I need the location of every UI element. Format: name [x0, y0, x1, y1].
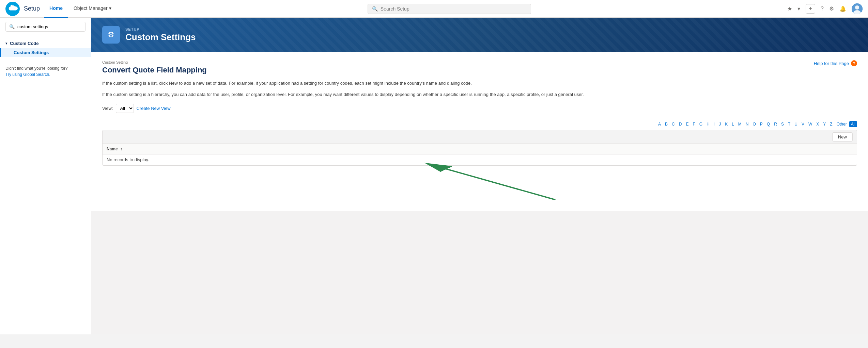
sidebar-not-found: Didn't find what you're looking for? Try…	[0, 60, 91, 83]
help-icon[interactable]: ?	[821, 6, 824, 12]
new-button[interactable]: New	[832, 132, 853, 142]
alpha-h[interactable]: H	[705, 121, 711, 127]
settings-page-icon: ⚙	[108, 30, 114, 39]
setup-label: SETUP	[125, 27, 196, 31]
alpha-p[interactable]: P	[758, 121, 764, 127]
sidebar-search-icon: 🔍	[9, 24, 15, 29]
sidebar-search: 🔍 custom settings	[0, 18, 91, 36]
help-for-page-link[interactable]: Help for this Page ?	[814, 60, 857, 66]
alpha-q[interactable]: Q	[765, 121, 772, 127]
table-toolbar: New	[103, 130, 857, 144]
tab-object-manager-label: Object Manager	[74, 5, 108, 11]
alpha-x[interactable]: X	[815, 121, 821, 127]
custom-setting-section-label: Custom Setting	[102, 60, 857, 64]
salesforce-logo[interactable]	[5, 2, 20, 16]
alpha-v[interactable]: V	[800, 121, 806, 127]
chevron-down-icon: ▾	[109, 5, 111, 11]
alpha-filter: A B C D E F G H I J K L M N O P Q R S T	[102, 118, 857, 130]
description-1: If the custom setting is a list, click N…	[102, 80, 857, 87]
alpha-other[interactable]: Other	[835, 121, 849, 127]
chevron-down-star-icon[interactable]: ▾	[797, 5, 800, 12]
custom-setting-name: Convert Quote Field Mapping	[102, 66, 857, 74]
avatar[interactable]	[852, 3, 863, 14]
tab-home[interactable]: Home	[44, 0, 68, 18]
column-name-header[interactable]: Name ↑	[103, 144, 857, 154]
page-body: Help for this Page ? Custom Setting Conv…	[91, 52, 868, 211]
page-container: 🔍 custom settings ▾ Custom Code Custom S…	[0, 18, 868, 334]
alpha-b[interactable]: B	[663, 121, 669, 127]
alpha-w[interactable]: W	[807, 121, 814, 127]
top-navigation: Setup Home Object Manager ▾ 🔍 ★ ▾ + ? ⚙ …	[0, 0, 868, 18]
help-link-label: Help for this Page	[814, 61, 849, 66]
page-header-icon: ⚙	[102, 26, 120, 44]
page-header-text: SETUP Custom Settings	[125, 27, 196, 43]
alpha-j[interactable]: J	[717, 121, 723, 127]
alpha-y[interactable]: Y	[821, 121, 827, 127]
main-content: ⚙ SETUP Custom Settings Help for this Pa…	[91, 18, 868, 334]
page-title: Custom Settings	[125, 32, 196, 43]
alpha-k[interactable]: K	[723, 121, 729, 127]
app-title: Setup	[24, 5, 40, 12]
create-new-view-link[interactable]: Create New View	[137, 106, 171, 111]
alpha-n[interactable]: N	[744, 121, 750, 127]
star-icon[interactable]: ★	[787, 5, 792, 12]
search-icon: 🔍	[372, 6, 378, 12]
alpha-m[interactable]: M	[737, 121, 743, 127]
search-input[interactable]	[381, 6, 527, 12]
view-select[interactable]: All	[116, 104, 134, 113]
alpha-s[interactable]: S	[779, 121, 786, 127]
arrow-svg	[102, 162, 857, 203]
view-label: View:	[102, 106, 113, 111]
section-chevron-icon: ▾	[5, 42, 7, 45]
svg-point-2	[855, 5, 859, 10]
alpha-f[interactable]: F	[691, 121, 697, 127]
search-bar[interactable]: 🔍	[368, 4, 531, 14]
alpha-a[interactable]: A	[656, 121, 663, 127]
search-bar-container: 🔍	[117, 4, 782, 14]
sidebar-section-header[interactable]: ▾ Custom Code	[0, 39, 91, 48]
section-label: Custom Code	[10, 41, 39, 46]
alpha-g[interactable]: G	[698, 121, 704, 127]
sidebar-search-box[interactable]: 🔍 custom settings	[5, 22, 86, 32]
global-search-link[interactable]: Try using Global Search.	[5, 72, 50, 77]
alpha-t[interactable]: T	[786, 121, 792, 127]
tab-object-manager[interactable]: Object Manager ▾	[68, 0, 117, 18]
alpha-r[interactable]: R	[772, 121, 779, 127]
alpha-l[interactable]: L	[730, 121, 736, 127]
view-controls: View: All Create New View	[102, 104, 857, 113]
bell-icon[interactable]: 🔔	[839, 5, 846, 12]
nav-tabs: Home Object Manager ▾	[44, 0, 117, 18]
column-name-label: Name	[107, 147, 118, 151]
alpha-c[interactable]: C	[670, 121, 677, 127]
alpha-i[interactable]: I	[712, 121, 716, 127]
svg-line-5	[447, 169, 555, 200]
page-header: ⚙ SETUP Custom Settings	[91, 18, 868, 52]
alpha-e[interactable]: E	[684, 121, 690, 127]
help-question-icon: ?	[851, 60, 857, 66]
add-icon[interactable]: +	[806, 4, 815, 14]
sidebar-search-input[interactable]: custom settings	[17, 24, 82, 29]
arrow-annotation	[102, 162, 857, 203]
data-table-container: New Name ↑ No records to display.	[102, 130, 857, 166]
alpha-all[interactable]: All	[849, 121, 857, 127]
settings-icon[interactable]: ⚙	[829, 5, 834, 12]
sidebar-section: ▾ Custom Code Custom Settings	[0, 36, 91, 60]
alpha-z[interactable]: Z	[828, 121, 834, 127]
sidebar: 🔍 custom settings ▾ Custom Code Custom S…	[0, 18, 91, 334]
alpha-d[interactable]: D	[677, 121, 684, 127]
nav-right-icons: ★ ▾ + ? ⚙ 🔔	[787, 3, 863, 14]
sidebar-item-custom-settings[interactable]: Custom Settings	[0, 48, 91, 57]
description-2: If the custom setting is a hierarchy, yo…	[102, 91, 857, 98]
alpha-u[interactable]: U	[793, 121, 799, 127]
alpha-o[interactable]: O	[751, 121, 758, 127]
sort-asc-icon: ↑	[120, 147, 122, 151]
